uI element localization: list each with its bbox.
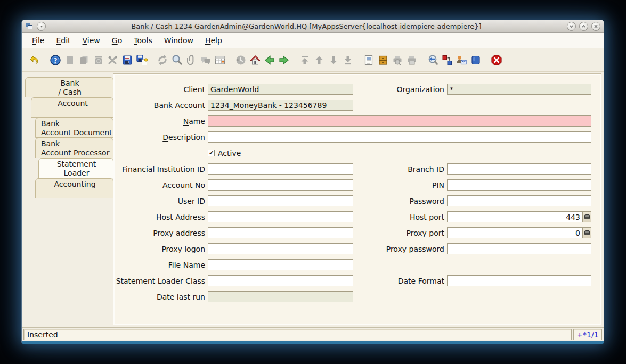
exit-icon[interactable] xyxy=(489,52,503,68)
organization-label: Organization xyxy=(356,85,444,94)
save-icon[interactable] xyxy=(120,52,134,68)
statement-loader-class-label: Statement Loader Class xyxy=(115,277,205,285)
find-icon[interactable] xyxy=(169,52,184,68)
date-format-label: Date Format xyxy=(356,277,444,285)
svg-text:?: ? xyxy=(53,56,57,64)
delete-record-icon[interactable] xyxy=(91,52,105,68)
delete-selection-icon[interactable] xyxy=(105,52,120,68)
file-name-label: File Name xyxy=(115,261,205,269)
proxy-password-label: Proxy password xyxy=(356,245,444,253)
parent-record-icon[interactable] xyxy=(262,52,277,68)
proxy-address-label: Proxy address xyxy=(115,229,205,237)
host-port-field[interactable] xyxy=(447,211,582,222)
financial-institution-id-field[interactable] xyxy=(208,163,353,175)
history-icon[interactable] xyxy=(233,52,248,68)
host-address-label: Host Address xyxy=(115,213,205,221)
tab-statement-loader[interactable]: Statement Loader xyxy=(38,158,113,178)
bank-account-label: Bank Account xyxy=(115,101,205,110)
proxy-logon-field[interactable] xyxy=(208,243,353,254)
workflow-icon[interactable] xyxy=(440,52,454,68)
tab-account[interactable]: Account xyxy=(31,97,113,118)
proxy-password-field[interactable] xyxy=(447,243,591,254)
proxy-port-calculator-icon[interactable] xyxy=(582,227,591,238)
statement-loader-class-field[interactable] xyxy=(208,275,353,286)
minimize-icon[interactable] xyxy=(567,22,576,31)
tab-accounting[interactable]: Accounting xyxy=(35,178,113,198)
description-label: Description xyxy=(115,133,205,142)
file-name-field[interactable] xyxy=(208,259,353,270)
product-info-icon[interactable] xyxy=(468,52,483,68)
tab-bank-account-document[interactable]: Bank Account Document xyxy=(35,118,113,138)
print-preview-icon[interactable] xyxy=(390,52,404,68)
active-checkbox[interactable]: ✔ xyxy=(208,150,215,156)
menu-file[interactable]: File xyxy=(26,35,50,46)
archive-icon[interactable] xyxy=(376,52,390,68)
user-id-field[interactable] xyxy=(208,195,353,206)
refresh-icon[interactable] xyxy=(155,52,169,68)
active-label: Active xyxy=(218,149,241,158)
name-field[interactable] xyxy=(208,115,591,127)
tab-bank-cash[interactable]: Bank / Cash xyxy=(25,77,113,97)
tab-strip: Bank / Cash Account Bank Account Documen… xyxy=(22,72,113,327)
pin-field[interactable] xyxy=(447,179,591,191)
maximize-icon[interactable] xyxy=(579,22,588,31)
last-record-icon[interactable] xyxy=(340,52,355,68)
help-icon[interactable]: ? xyxy=(48,52,62,68)
detail-record-icon[interactable] xyxy=(277,52,291,68)
toolbar: ? xyxy=(22,48,604,72)
undo-icon[interactable] xyxy=(27,52,42,68)
menu-window[interactable]: Window xyxy=(158,35,199,46)
new-record-icon[interactable] xyxy=(62,52,77,68)
host-address-field[interactable] xyxy=(208,211,353,222)
host-port-calculator-icon[interactable] xyxy=(582,211,591,222)
previous-record-icon[interactable] xyxy=(312,52,326,68)
bank-account-field[interactable] xyxy=(208,100,353,111)
password-field[interactable] xyxy=(447,195,591,206)
record-indicator: +*1/1 xyxy=(573,329,602,340)
branch-id-field[interactable] xyxy=(447,163,591,175)
proxy-address-field[interactable] xyxy=(208,227,353,238)
app-window: Bank / Cash 1234 GardenAdmin@GardenWorld… xyxy=(21,20,604,344)
host-port-label: Host port xyxy=(356,213,444,221)
copy-record-icon[interactable] xyxy=(77,52,91,68)
requests-icon[interactable] xyxy=(454,52,468,68)
menu-view[interactable]: View xyxy=(77,35,106,46)
close-icon[interactable] xyxy=(591,22,600,31)
print-icon[interactable] xyxy=(404,52,419,68)
chat-icon[interactable] xyxy=(198,52,213,68)
report-icon[interactable] xyxy=(361,52,376,68)
menu-help[interactable]: Help xyxy=(199,35,228,46)
form-panel: Client Organization Bank Account Name De… xyxy=(113,74,601,325)
date-format-field[interactable] xyxy=(447,275,591,286)
tab-bank-account-processor[interactable]: Bank Account Processor xyxy=(35,138,113,158)
main-content: Bank / Cash Account Bank Account Documen… xyxy=(22,72,604,327)
account-no-field[interactable] xyxy=(208,179,353,191)
financial-institution-id-label: Financial Institution ID xyxy=(115,165,205,173)
menu-tools[interactable]: Tools xyxy=(128,35,158,46)
date-last-run-field[interactable] xyxy=(208,291,353,302)
menu-edit[interactable]: Edit xyxy=(50,35,76,46)
grid-toggle-icon[interactable] xyxy=(213,52,227,68)
name-label: Name xyxy=(115,117,205,126)
account-no-label: Account No xyxy=(115,181,205,189)
menu-go[interactable]: Go xyxy=(106,35,128,46)
attachment-icon[interactable] xyxy=(184,52,198,68)
status-message: Inserted xyxy=(23,329,572,340)
save-and-create-icon[interactable] xyxy=(134,52,149,68)
pin-label: PIN xyxy=(356,181,444,189)
zoom-across-icon[interactable] xyxy=(425,52,440,68)
menu-bar: File Edit View Go Tools Window Help xyxy=(22,33,604,48)
proxy-port-field[interactable] xyxy=(447,227,582,238)
client-field[interactable] xyxy=(208,84,353,95)
password-label: Password xyxy=(356,197,444,205)
window-title: Bank / Cash 1234 GardenAdmin@GardenWorld… xyxy=(49,22,564,30)
window-restore-icon xyxy=(25,22,34,30)
home-icon[interactable] xyxy=(248,52,262,68)
description-field[interactable] xyxy=(208,131,591,143)
first-record-icon[interactable] xyxy=(297,52,312,68)
client-label: Client xyxy=(115,85,205,94)
proxy-logon-label: Proxy logon xyxy=(115,245,205,253)
organization-field[interactable] xyxy=(447,84,591,95)
window-menu-icon[interactable] xyxy=(37,22,46,31)
next-record-icon[interactable] xyxy=(326,52,340,68)
